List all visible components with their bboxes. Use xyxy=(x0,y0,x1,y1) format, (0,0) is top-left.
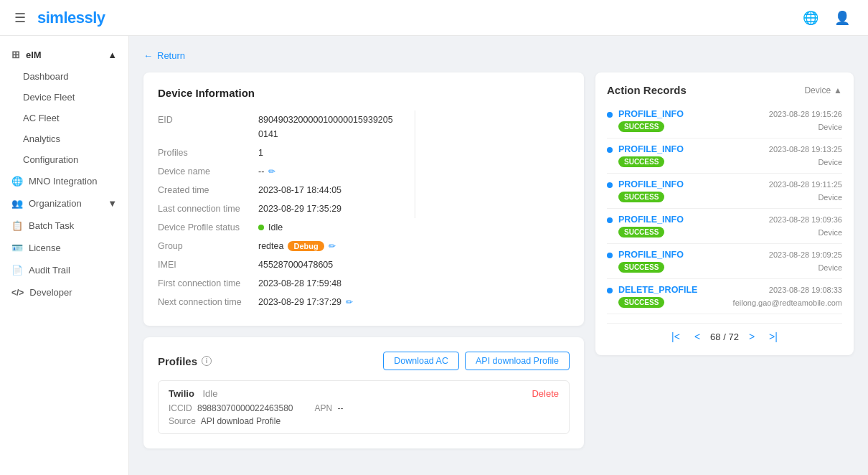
device-info-grid: EID 890490320000010000015939205 0141 Pro… xyxy=(158,110,570,311)
vertical-divider xyxy=(415,110,562,218)
info-row-group: Group redtea Debug ✏ xyxy=(158,237,393,255)
page-info: 68 / 72 xyxy=(710,331,739,342)
sidebar-item-audit-trail[interactable]: 📄 Audit Trail xyxy=(0,259,128,281)
action-records-header: Action Records Device ▲ xyxy=(607,84,842,96)
edit-group-icon[interactable]: ✏ xyxy=(329,241,336,251)
record-dot xyxy=(607,288,613,293)
delete-profile-button[interactable]: Delete xyxy=(532,388,559,399)
profile-row: Twilio Idle Delete ICCID 898830700000224… xyxy=(158,380,570,434)
debug-badge: Debug xyxy=(288,241,324,251)
prev-page-button[interactable]: < xyxy=(690,329,704,344)
api-download-profile-button[interactable]: API download Profile xyxy=(465,352,570,370)
profiles-info-icon[interactable]: i xyxy=(202,356,212,366)
record-item: PROFILE_INFO 2023-08-28 19:09:36 SUCCESS… xyxy=(607,209,842,244)
batch-icon: 📋 xyxy=(11,220,23,231)
main-content: ← Return Device Information EID 89049032… xyxy=(129,36,868,475)
header-left: ☰ simlessly xyxy=(14,9,105,27)
grid-icon: ⊞ xyxy=(11,49,20,60)
info-row-device-name: Device name -- ✏ xyxy=(158,162,393,181)
profile-iccid: ICCID 89883070000022463580 xyxy=(169,403,293,413)
sidebar-item-ac-fleet[interactable]: AC Fleet xyxy=(0,108,128,128)
edit-device-name-icon[interactable]: ✏ xyxy=(268,166,275,177)
main-layout: ⊞ eIM ▲ Dashboard Device Fleet AC Fleet … xyxy=(0,36,868,475)
info-row-profile-status: Device Profile status Idle xyxy=(158,218,393,237)
success-badge: SUCCESS xyxy=(618,297,664,308)
audit-icon: 📄 xyxy=(11,265,23,276)
info-row-eid: EID 890490320000010000015939205 0141 xyxy=(158,110,393,144)
sidebar-item-batch-task[interactable]: 📋 Batch Task xyxy=(0,215,128,237)
record-item: PROFILE_INFO 2023-08-28 19:15:26 SUCCESS… xyxy=(607,103,842,138)
arrow-left-icon: ← xyxy=(143,50,153,61)
record-item: DELETE_PROFILE 2023-08-28 19:08:33 SUCCE… xyxy=(607,279,842,314)
success-badge: SUCCESS xyxy=(618,227,664,238)
profile-apn: APN -- xyxy=(315,403,344,413)
org-icon: 👥 xyxy=(11,198,23,209)
eim-label: eIM xyxy=(26,50,42,60)
device-info-card: Device Information EID 89049032000001000… xyxy=(143,72,584,326)
device-info-right: Device Profile status Idle Group redtea xyxy=(158,218,407,311)
app-logo: simlessly xyxy=(37,9,105,27)
success-badge: SUCCESS xyxy=(618,156,664,167)
globe-icon[interactable]: 🌐 xyxy=(799,6,822,29)
header-right: 🌐 👤 xyxy=(799,6,854,29)
edit-next-connection-icon[interactable]: ✏ xyxy=(346,297,353,307)
license-icon: 🪪 xyxy=(11,243,23,253)
info-row-imei: IMEI 455287000478605 xyxy=(158,255,393,274)
developer-icon: </> xyxy=(11,288,24,298)
record-dot xyxy=(607,112,613,118)
profiles-title: Profiles i xyxy=(158,355,212,367)
next-page-button[interactable]: > xyxy=(745,329,759,344)
first-page-button[interactable]: |< xyxy=(667,329,684,344)
record-dot xyxy=(607,182,613,188)
last-page-button[interactable]: >| xyxy=(765,329,782,344)
app-header: ☰ simlessly 🌐 👤 xyxy=(0,0,868,36)
status-dot xyxy=(258,225,264,230)
pagination: |< < 68 / 72 > >| xyxy=(607,323,842,344)
record-dot xyxy=(607,147,613,153)
profile-details: ICCID 89883070000022463580 APN -- xyxy=(169,403,559,413)
record-item: PROFILE_INFO 2023-08-28 19:13:25 SUCCESS… xyxy=(607,138,842,174)
success-badge: SUCCESS xyxy=(618,121,664,132)
download-ac-button[interactable]: Download AC xyxy=(383,352,459,370)
info-row-last-connection: Last connection time 2023-08-29 17:35:29 xyxy=(158,199,393,218)
info-row-profiles: Profiles 1 xyxy=(158,144,393,162)
records-list: PROFILE_INFO 2023-08-28 19:15:26 SUCCESS… xyxy=(607,103,842,314)
device-info-title: Device Information xyxy=(158,87,570,99)
chevron-up-icon: ▲ xyxy=(108,50,117,60)
sidebar-item-configuration[interactable]: Configuration xyxy=(0,149,128,170)
sidebar-item-device-fleet[interactable]: Device Fleet xyxy=(0,87,128,108)
record-dot xyxy=(607,253,613,258)
profile-row-top: Twilio Idle Delete xyxy=(169,388,559,399)
chevron-down-icon: ▼ xyxy=(108,198,117,209)
sidebar-item-dashboard[interactable]: Dashboard xyxy=(0,66,128,87)
eim-group-header[interactable]: ⊞ eIM ▲ xyxy=(0,43,128,66)
profile-source: Source API download Profile xyxy=(169,416,559,426)
profile-name-status: Twilio Idle xyxy=(169,388,217,399)
return-button[interactable]: ← Return xyxy=(143,50,185,61)
profiles-card: Profiles i Download AC API download Prof… xyxy=(143,337,584,448)
user-icon[interactable]: 👤 xyxy=(831,6,854,29)
action-records-panel: Action Records Device ▲ PROFILE xyxy=(595,72,854,355)
profiles-actions: Download AC API download Profile xyxy=(383,352,570,370)
sidebar-item-organization[interactable]: 👥 Organization ▼ xyxy=(0,192,128,215)
sidebar-item-license[interactable]: 🪪 License xyxy=(0,237,128,259)
hamburger-icon[interactable]: ☰ xyxy=(14,10,26,26)
sidebar-item-analytics[interactable]: Analytics xyxy=(0,128,128,149)
sidebar-item-mno-integration[interactable]: 🌐 MNO Integration xyxy=(0,170,128,192)
filter-arrow-icon: ▲ xyxy=(834,85,842,95)
sidebar-item-developer[interactable]: </> Developer xyxy=(0,281,128,304)
success-badge: SUCCESS xyxy=(618,192,664,202)
action-records-card: Action Records Device ▲ PROFILE xyxy=(595,72,854,355)
record-item: PROFILE_INFO 2023-08-28 19:11:25 SUCCESS… xyxy=(607,174,842,209)
filter-label[interactable]: Device ▲ xyxy=(804,85,842,95)
sidebar: ⊞ eIM ▲ Dashboard Device Fleet AC Fleet … xyxy=(0,36,129,475)
success-badge: SUCCESS xyxy=(618,262,664,273)
eim-group: ⊞ eIM ▲ Dashboard Device Fleet AC Fleet … xyxy=(0,43,128,170)
device-info-left: EID 890490320000010000015939205 0141 Pro… xyxy=(158,110,407,218)
content-left: Device Information EID 89049032000001000… xyxy=(143,72,584,460)
record-item: PROFILE_INFO 2023-08-28 19:09:25 SUCCESS… xyxy=(607,244,842,279)
info-row-next-connection: Next connection time 2023-08-29 17:37:29… xyxy=(158,293,393,311)
content-row: Device Information EID 89049032000001000… xyxy=(143,72,854,460)
info-row-first-connection: First connection time 2023-08-28 17:59:4… xyxy=(158,274,393,293)
info-row-created-time: Created time 2023-08-17 18:44:05 xyxy=(158,181,393,199)
